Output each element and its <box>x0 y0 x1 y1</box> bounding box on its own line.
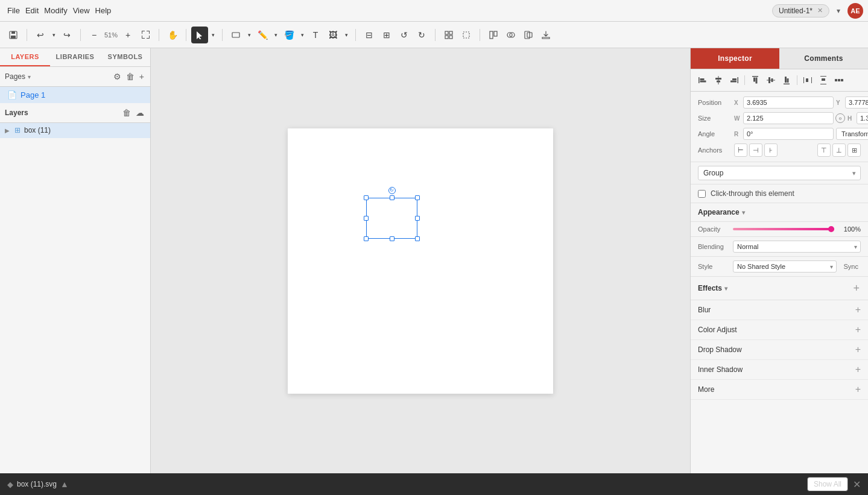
export-button[interactable] <box>537 27 554 43</box>
anchor-center-icon[interactable]: ⊣ <box>749 143 762 157</box>
close-tab-icon[interactable]: ✕ <box>817 7 823 14</box>
rotate-cw-button[interactable]: ↻ <box>413 27 430 43</box>
tabs-chevron-icon[interactable]: ▾ <box>834 5 843 16</box>
group-button[interactable] <box>440 27 457 43</box>
handle-top-left[interactable] <box>364 195 369 200</box>
distribute-v-icon[interactable] <box>816 73 831 87</box>
appearance-header[interactable]: Appearance ▾ <box>691 203 868 222</box>
opacity-slider[interactable] <box>733 227 834 231</box>
fill-dropdown-button[interactable]: ▾ <box>298 27 306 43</box>
menu-help[interactable]: Help <box>93 5 114 16</box>
current-document-tab[interactable]: Untitled-1* ✕ <box>772 4 829 17</box>
status-chevron-icon[interactable]: ▲ <box>60 479 69 489</box>
handle-top-center[interactable] <box>390 195 394 200</box>
save-button[interactable] <box>5 27 22 43</box>
anchor-bottom-icon[interactable]: ⊞ <box>847 143 861 157</box>
pencil-tool-button[interactable]: ✏️ <box>254 27 271 43</box>
r-input[interactable] <box>743 128 834 140</box>
zoom-in-button[interactable]: + <box>119 27 136 43</box>
handle-mid-right[interactable] <box>415 216 420 221</box>
mask-button[interactable] <box>520 27 537 43</box>
ungroup-button[interactable] <box>458 27 475 43</box>
image-dropdown-button[interactable]: ▾ <box>342 27 350 43</box>
distribute-h-icon[interactable] <box>800 73 815 87</box>
status-close-icon[interactable]: ✕ <box>853 479 861 490</box>
inner-shadow-add-icon[interactable]: + <box>855 364 861 375</box>
tab-symbols[interactable]: Symbols <box>100 48 150 66</box>
transform-button[interactable]: Transform <box>836 128 868 140</box>
rotate-handle[interactable]: ↻ <box>388 187 396 194</box>
arrange-button[interactable] <box>485 27 502 43</box>
more-add-icon[interactable]: + <box>855 384 861 395</box>
w-input[interactable] <box>743 112 834 124</box>
group-type-select[interactable]: Group <box>698 166 861 180</box>
handle-bottom-right[interactable] <box>415 236 420 241</box>
layer-options-icon[interactable]: ☁ <box>135 107 145 119</box>
handle-bottom-center[interactable] <box>390 236 394 241</box>
blur-add-icon[interactable]: + <box>855 304 861 315</box>
style-select[interactable]: No Shared Style <box>733 260 837 273</box>
page-settings-icon[interactable]: ⚙ <box>112 71 122 83</box>
image-tool-button[interactable]: 🖼 <box>325 27 341 43</box>
pan-tool-button[interactable]: ✋ <box>164 27 181 43</box>
effects-header[interactable]: Effects ▾ + <box>691 277 868 300</box>
handle-mid-left[interactable] <box>364 216 369 221</box>
tab-comments[interactable]: Comments <box>779 48 868 69</box>
layer-toggle-icon[interactable]: ▶ <box>5 127 10 134</box>
rectangle-tool-button[interactable] <box>227 27 244 43</box>
align-right-icon[interactable] <box>727 73 741 87</box>
undo-button[interactable]: ↩ <box>32 27 49 43</box>
click-through-checkbox[interactable] <box>698 190 706 198</box>
handle-top-right[interactable] <box>415 195 420 200</box>
anchor-middle-icon[interactable]: ⊥ <box>832 143 846 157</box>
menu-edit[interactable]: Edit <box>23 5 41 16</box>
redo-button[interactable]: ↪ <box>59 27 75 43</box>
anchor-top-icon[interactable]: ⊤ <box>817 143 831 157</box>
zoom-out-button[interactable]: − <box>86 27 103 43</box>
tab-layers[interactable]: Layers <box>0 48 50 66</box>
delete-layer-icon[interactable]: 🗑 <box>121 107 132 119</box>
drop-shadow-item[interactable]: Drop Shadow + <box>691 340 868 360</box>
rotate-ccw-button[interactable]: ↺ <box>396 27 413 43</box>
effects-add-icon[interactable]: + <box>852 282 861 295</box>
menu-view[interactable]: View <box>71 5 92 16</box>
pencil-dropdown-button[interactable]: ▾ <box>271 27 280 43</box>
h-input[interactable] <box>857 112 868 124</box>
show-all-button[interactable]: Show All <box>807 477 848 491</box>
slice-h-button[interactable]: ⊟ <box>361 27 378 43</box>
select-tool-button[interactable] <box>191 27 208 43</box>
text-tool-button[interactable]: T <box>307 27 324 43</box>
tab-libraries[interactable]: Libraries <box>50 48 100 66</box>
subtract-button[interactable] <box>502 27 519 43</box>
lock-aspect-icon[interactable]: ○ <box>835 113 845 123</box>
blur-item[interactable]: Blur + <box>691 300 868 320</box>
drop-shadow-add-icon[interactable]: + <box>855 344 861 355</box>
sync-button[interactable]: Sync <box>841 261 861 272</box>
pages-label[interactable]: Pages ▾ <box>5 72 31 81</box>
handle-bottom-left[interactable] <box>364 236 369 241</box>
shape-dropdown-button[interactable]: ▾ <box>245 27 253 43</box>
canvas-area[interactable]: ↻ <box>151 48 690 473</box>
fit-canvas-button[interactable] <box>137 27 154 43</box>
fill-tool-button[interactable]: 🪣 <box>280 27 297 43</box>
color-adjust-item[interactable]: Color Adjust + <box>691 320 868 340</box>
align-top-icon[interactable] <box>748 73 762 87</box>
page-item-1[interactable]: 📄 Page 1 <box>0 87 150 103</box>
align-center-v-icon[interactable] <box>764 73 778 87</box>
align-bottom-icon[interactable] <box>779 73 794 87</box>
anchor-right-icon[interactable]: ⊦ <box>764 143 778 157</box>
blending-select[interactable]: Normal Multiply Screen Overlay <box>733 241 861 253</box>
delete-page-icon[interactable]: 🗑 <box>125 71 136 83</box>
selection-group[interactable]: ↻ <box>366 198 417 239</box>
menu-file[interactable]: File <box>5 5 22 16</box>
undo-dropdown-button[interactable]: ▾ <box>49 27 58 43</box>
layer-item-box11[interactable]: ▶ ⊞ box (11) <box>0 123 150 138</box>
anchor-left-icon[interactable]: ⊢ <box>734 143 747 157</box>
menu-modify[interactable]: Modify <box>42 5 69 16</box>
tidy-spacing-icon[interactable] <box>832 73 846 87</box>
align-left-icon[interactable] <box>695 73 710 87</box>
more-item[interactable]: More + <box>691 380 868 400</box>
add-page-icon[interactable]: + <box>138 71 145 83</box>
inner-shadow-item[interactable]: Inner Shadow + <box>691 360 868 380</box>
x-input[interactable] <box>743 96 834 109</box>
